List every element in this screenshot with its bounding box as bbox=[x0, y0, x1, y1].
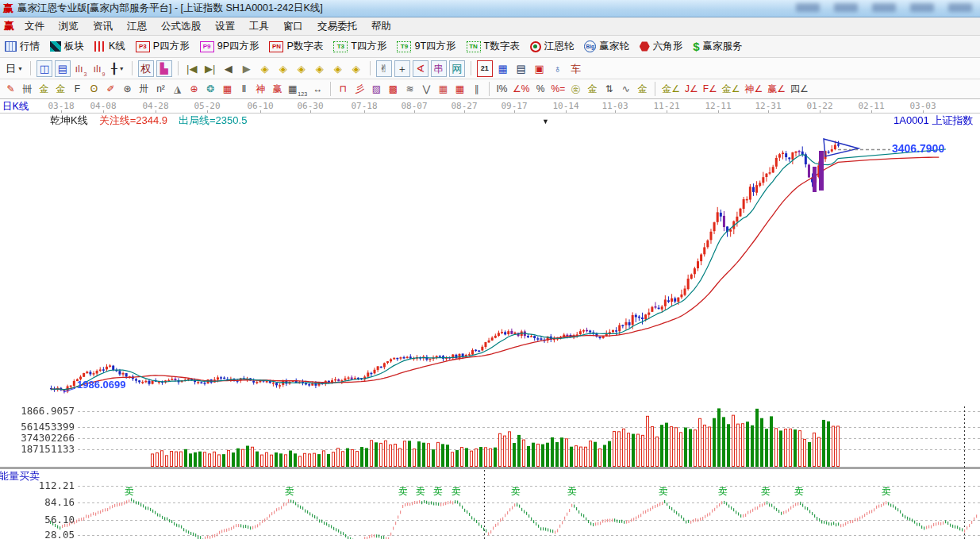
win-grid-icon[interactable]: 赢 bbox=[270, 82, 285, 97]
toolbar-gann-wheel[interactable]: 江恩轮 bbox=[530, 40, 575, 53]
fibonacci-ruler-icon[interactable]: F bbox=[70, 82, 85, 97]
info-list-icon[interactable]: ▤ bbox=[55, 60, 71, 77]
toolbar-p-number-table[interactable]: PNP数字表 bbox=[269, 40, 323, 53]
percent-icon[interactable]: % bbox=[532, 82, 548, 97]
angle-fan-icon[interactable]: ◮ bbox=[170, 82, 185, 97]
menu-1[interactable]: 浏览 bbox=[52, 19, 86, 33]
percent-line-icon[interactable]: %= bbox=[549, 82, 567, 97]
toolbar-sector-blocks[interactable]: 板块 bbox=[50, 40, 84, 53]
diamond-hexpand-icon[interactable]: ◈ bbox=[294, 60, 309, 77]
percent-angle-icon[interactable]: ∠% bbox=[511, 82, 531, 97]
grid-arrow-icon[interactable]: ▦ bbox=[452, 82, 467, 97]
period-day-icon[interactable]: 日▼ bbox=[4, 60, 25, 77]
first-page-icon[interactable]: |◀ bbox=[184, 60, 200, 77]
number-grid-icon[interactable]: ▦123 bbox=[286, 82, 309, 97]
menu-9[interactable]: 帮助 bbox=[364, 19, 398, 33]
bars-3-icon[interactable]: ılı3 bbox=[73, 60, 89, 77]
wave-tool-icon[interactable]: ∿ bbox=[618, 82, 633, 97]
square-flower-icon[interactable]: ▦ bbox=[220, 82, 235, 97]
title-bar[interactable]: 赢 赢家江恩专业版[赢家内部服务平台] - [上证指数 SH1A0001-242… bbox=[0, 0, 980, 17]
n-square-icon[interactable]: n² bbox=[153, 82, 168, 97]
grid-red-icon[interactable]: ▩ bbox=[386, 82, 401, 97]
ray-fan-icon[interactable]: 彡 bbox=[352, 82, 367, 97]
menu-6[interactable]: 工具 bbox=[242, 19, 276, 33]
last-page-icon[interactable]: ▶| bbox=[202, 60, 218, 77]
angle-measure-icon[interactable]: ∢ bbox=[413, 60, 429, 77]
toolbar-9p-square[interactable]: P99P四方形 bbox=[200, 40, 259, 53]
hand-drag-icon[interactable]: ✌ bbox=[376, 60, 392, 77]
diamond-hcompress-icon[interactable]: ◈ bbox=[312, 60, 328, 77]
next-page-icon[interactable]: ▶ bbox=[239, 60, 255, 77]
menu-2[interactable]: 资讯 bbox=[86, 19, 120, 33]
menu-3[interactable]: 江恩 bbox=[120, 19, 154, 33]
gold-angle-icon[interactable]: 金∠ bbox=[660, 82, 682, 97]
date-tick bbox=[566, 110, 567, 113]
trade-cart-icon[interactable]: 车 bbox=[568, 60, 584, 77]
price-pen-icon[interactable]: ⇅ bbox=[601, 82, 617, 97]
chart-canvas[interactable] bbox=[0, 114, 980, 539]
gold-lines-icon[interactable]: 金 bbox=[585, 82, 600, 97]
gann-shape-purple-icon[interactable]: 串 bbox=[431, 60, 447, 77]
percent-ruler-icon[interactable]: Ι% bbox=[494, 82, 509, 97]
toolbar-kline-chart[interactable]: K线 bbox=[94, 40, 125, 53]
color-histogram-icon[interactable]: ▙ bbox=[156, 60, 172, 77]
menu-4[interactable]: 公式选股 bbox=[154, 19, 208, 33]
save-icon[interactable]: ▣ bbox=[532, 60, 548, 77]
bars-9-icon[interactable]: ılı9 bbox=[91, 60, 107, 77]
box-tool-icon[interactable]: ⊓ bbox=[336, 82, 351, 97]
grid-cross-icon[interactable]: ▦ bbox=[436, 82, 451, 97]
notes-icon[interactable]: ▤ bbox=[513, 60, 529, 77]
diamond-left-icon[interactable]: ◈ bbox=[257, 60, 273, 77]
gann-shape-teal-icon[interactable]: 网 bbox=[449, 60, 465, 77]
gold-price-ruler-icon[interactable]: 金 bbox=[53, 82, 68, 97]
circle-cross-icon[interactable]: ⊕ bbox=[186, 82, 202, 97]
calendar-icon[interactable]: 21 bbox=[477, 60, 493, 77]
toolbar-hexagon[interactable]: 六角形 bbox=[640, 40, 683, 53]
star-flower-icon[interactable]: ❂ bbox=[203, 82, 218, 97]
toolbar-winner-service[interactable]: $赢家服务 bbox=[693, 40, 742, 53]
width-ruler-icon[interactable]: ↔ bbox=[310, 82, 325, 97]
parallel-lines-icon[interactable]: ∥ bbox=[469, 82, 484, 97]
toolbar-market-quotes[interactable]: 行情 bbox=[5, 40, 40, 53]
gold-bands-icon[interactable]: 金 bbox=[635, 82, 650, 97]
diamond-right-icon[interactable]: ◈ bbox=[275, 60, 291, 77]
grid-purple-icon[interactable]: ▨ bbox=[369, 82, 384, 97]
toolbar-t-number-table[interactable]: TNT数字表 bbox=[467, 40, 520, 53]
toolbar-9t-square[interactable]: T99T四方形 bbox=[397, 40, 455, 53]
draw-pen-icon[interactable]: ✎ bbox=[3, 82, 18, 97]
crosshair-icon[interactable]: ＋ bbox=[394, 60, 410, 77]
check-wave-icon[interactable]: ⋁ bbox=[419, 82, 434, 97]
candle-style-icon[interactable]: ╂▼ bbox=[110, 60, 126, 77]
gold-ratio-ruler-icon[interactable]: 金 bbox=[37, 82, 52, 97]
grid-ruler-icon[interactable]: 卅 bbox=[136, 82, 152, 97]
diamond-vcompress-icon[interactable]: ◈ bbox=[348, 60, 364, 77]
gold-circle-icon[interactable]: ㊎ bbox=[568, 82, 583, 97]
j-angle-icon[interactable]: J∠ bbox=[683, 82, 700, 97]
toolbar-winner-wheel[interactable]: Big赢家轮 bbox=[584, 40, 629, 53]
compass-circle-icon[interactable]: ⊛ bbox=[120, 82, 135, 97]
adjust-rights-icon[interactable]: 权 bbox=[138, 60, 154, 77]
prev-page-icon[interactable]: ◀ bbox=[221, 60, 236, 77]
calculator-icon[interactable]: ▦ bbox=[495, 60, 511, 77]
diamond-vexpand-icon[interactable]: ◈ bbox=[330, 60, 346, 77]
trend-rays-icon[interactable]: ≋ bbox=[402, 82, 417, 97]
shen-grid-icon[interactable]: 神 bbox=[253, 82, 268, 97]
win-angle-icon[interactable]: 赢∠ bbox=[766, 82, 787, 97]
menu-5[interactable]: 设置 bbox=[208, 19, 242, 33]
menu-8[interactable]: 交易委托 bbox=[310, 19, 364, 33]
menu-0[interactable]: 文件 bbox=[17, 19, 52, 33]
shen-angle-icon[interactable]: 神∠ bbox=[744, 82, 765, 97]
marker-pen-icon[interactable]: ✐ bbox=[103, 82, 118, 97]
chart-layout-icon[interactable]: ◫ bbox=[37, 60, 52, 77]
kline-mark-icon[interactable]: Ⅱ bbox=[236, 82, 252, 97]
toolbar-p-square[interactable]: P3P四方形 bbox=[136, 40, 190, 53]
gold-angle-2-icon[interactable]: 金∠ bbox=[721, 82, 742, 97]
four-angle-icon[interactable]: 四∠ bbox=[789, 82, 810, 97]
send-web-icon[interactable]: ♁ bbox=[550, 60, 566, 77]
f-angle-icon[interactable]: F∠ bbox=[701, 82, 719, 97]
menu-7[interactable]: 窗口 bbox=[276, 19, 310, 33]
toolbar-t-square[interactable]: T3T四方形 bbox=[333, 40, 386, 53]
timeline-axis[interactable]: 日K线 03-1804-0804-2805-2006-1006-3007-180… bbox=[0, 99, 980, 114]
spiral-tool-icon[interactable]: ʘ bbox=[86, 82, 102, 97]
time-ruler-icon[interactable]: 卌 bbox=[20, 82, 35, 97]
